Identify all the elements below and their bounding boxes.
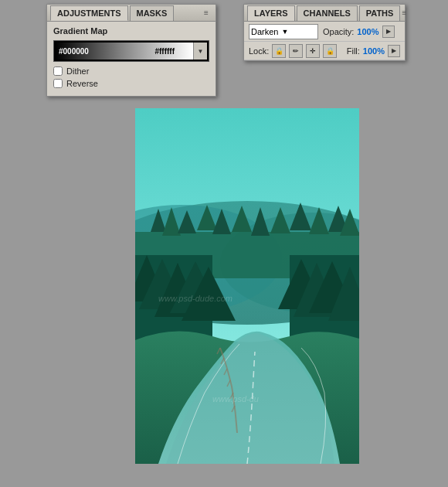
svg-text:www.psd-dude.com: www.psd-dude.com [158,294,232,303]
photo-canvas: www.psd-dude.com www.psd-du [135,108,359,464]
tab-layers[interactable]: LAYERS [247,5,295,21]
adjustments-panel-header: ADJUSTMENTS MASKS ≡ [47,5,216,22]
move-icon[interactable]: ✛ [306,44,320,58]
fill-label: Fill: [347,46,360,56]
reverse-label: Reverse [66,79,98,88]
fill-value[interactable]: 100% [363,46,385,56]
fill-arrow[interactable]: ▶ [388,45,400,57]
layers-panel-header: LAYERS CHANNELS PATHS ≡ [244,5,405,22]
tab-masks[interactable]: MASKS [130,5,175,21]
opacity-arrow[interactable]: ▶ [382,26,395,38]
tab-channels[interactable]: CHANNELS [297,5,358,21]
gradient-dropdown-arrow[interactable]: ▼ [193,43,207,60]
photo-background: www.psd-dude.com www.psd-du [135,108,359,464]
layers-panel: LAYERS CHANNELS PATHS ≡ Darken ▼ Opacity… [243,4,406,61]
gradient-map-title: Gradient Map [53,26,209,36]
lock-icon[interactable]: 🔒 [272,44,286,58]
opacity-label: Opacity: [323,27,354,36]
dither-row: Dither [53,66,209,76]
blend-mode-select[interactable]: Darken ▼ [249,24,318,39]
blend-mode-arrow: ▼ [281,28,288,36]
adjustments-panel-content: Gradient Map #000000 #ffffff ▼ Dither Re… [47,22,216,96]
dither-checkbox[interactable] [53,66,63,76]
reverse-checkbox[interactable] [53,79,63,88]
adjustments-panel: ADJUSTMENTS MASKS ≡ Gradient Map #000000… [46,4,216,97]
blend-mode-value: Darken [251,27,278,36]
lock-label: Lock: [249,46,269,56]
layers-menu-button[interactable]: ≡ [402,8,406,19]
reverse-row: Reverse [53,79,209,88]
tab-adjustments[interactable]: ADJUSTMENTS [50,5,128,21]
blend-opacity-row: Darken ▼ Opacity: 100% ▶ [244,22,405,42]
brush-icon[interactable]: ✏ [289,44,303,58]
gradient-left-label: #000000 [59,47,89,56]
lock-all-icon[interactable]: 🔒 [323,44,337,58]
opacity-value[interactable]: 100% [357,27,378,36]
gradient-right-label: #ffffff [154,47,175,56]
lock-fill-row: Lock: 🔒 ✏ ✛ 🔒 Fill: 100% ▶ [244,42,405,60]
adjustments-menu-button[interactable]: ≡ [200,8,212,19]
tab-paths[interactable]: PATHS [359,5,401,21]
svg-text:www.psd-du: www.psd-du [212,394,259,404]
gradient-bar-container[interactable]: #000000 #ffffff ▼ [53,40,209,62]
dither-label: Dither [66,66,89,76]
gradient-bar: #000000 #ffffff [56,43,193,60]
